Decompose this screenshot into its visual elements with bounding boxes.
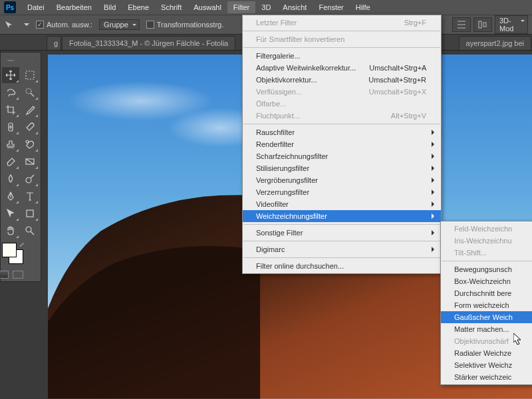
auto-select-checkbox[interactable]: ✓Autom. ausw.:: [36, 21, 92, 29]
type-tool[interactable]: [21, 188, 39, 204]
menu-item[interactable]: Rauschfilter: [243, 126, 441, 138]
menu-item[interactable]: Box-Weichzeichn: [441, 275, 532, 287]
group-dropdown[interactable]: Gruppe: [99, 19, 140, 30]
ps-logo: Ps: [4, 1, 16, 13]
menu-item[interactable]: Stilisierungsfilter: [243, 162, 441, 174]
path-select-tool[interactable]: [2, 205, 19, 221]
swap-colors-icon[interactable]: ⤢: [19, 241, 25, 248]
move-tool-preset-icon[interactable]: [4, 19, 17, 30]
dodge-tool[interactable]: [21, 171, 39, 187]
auto-select-label: Autom. ausw.:: [47, 21, 92, 29]
document-tab-3[interactable]: ayerspart2.jpg bei: [459, 36, 531, 50]
quick-select-tool[interactable]: [21, 84, 39, 100]
color-swatches[interactable]: ⤢: [2, 240, 19, 267]
menu-item[interactable]: Selektiver Weichz: [441, 359, 532, 371]
filter-dropdown-menu: Letzter FilterStrg+FFür Smartfilter konv…: [242, 15, 442, 274]
menu-item: Objektivunschärf: [441, 335, 532, 347]
menu-item[interactable]: Filtergalerie...: [243, 50, 441, 62]
submenu-arrow-icon: [432, 201, 437, 207]
menu-bearbeiten[interactable]: Bearbeiten: [51, 1, 98, 13]
menu-item[interactable]: Filter online durchsuchen...: [243, 260, 441, 272]
svg-point-5: [26, 140, 29, 143]
healing-tool[interactable]: [2, 119, 19, 135]
menu-separator: [243, 124, 440, 124]
menu-item[interactable]: Adaptive Weitwinkelkorrektur...Umschalt+…: [243, 62, 441, 74]
pen-tool[interactable]: [2, 188, 19, 204]
menu-item[interactable]: Bewegungsunsch: [441, 263, 532, 275]
submenu-arrow-icon: [432, 247, 437, 252]
screen-mode-icon[interactable]: [13, 271, 23, 279]
menu-auswahl[interactable]: Auswahl: [188, 1, 227, 13]
lasso-tool[interactable]: [2, 84, 19, 100]
menu-item[interactable]: Sonstige Filter: [243, 227, 441, 239]
menu-item[interactable]: Gaußscher Weich: [441, 311, 532, 323]
document-tab-1[interactable]: g: [47, 36, 61, 50]
menu-ebene[interactable]: Ebene: [122, 1, 155, 13]
menu-item: Feld-Weichzeichn: [441, 223, 532, 235]
blur-submenu: Feld-WeichzeichnIris-WeichzeichnuTilt-Sh…: [440, 221, 532, 385]
menu-item: Ölfarbe...: [243, 98, 441, 110]
blur-tool[interactable]: [2, 171, 19, 187]
menu-item[interactable]: Stärker weichzeic: [441, 371, 532, 383]
menu-bar: Ps DateiBearbeitenBildEbeneSchriftAuswah…: [0, 0, 532, 15]
menu-item: Tilt-Shift...: [441, 247, 532, 259]
submenu-arrow-icon: [432, 178, 437, 183]
svg-rect-0: [479, 21, 481, 28]
menu-item[interactable]: Digimarc: [243, 243, 441, 255]
align-btn-2[interactable]: [473, 17, 492, 32]
submenu-arrow-icon: [432, 190, 437, 195]
menu-bild[interactable]: Bild: [98, 1, 122, 13]
menu-separator: [442, 261, 532, 261]
menu-3d[interactable]: 3D: [255, 1, 277, 13]
menu-ansicht[interactable]: Ansicht: [277, 1, 313, 13]
gradient-tool[interactable]: [21, 154, 39, 170]
transform-label: Transformationsstrg.: [157, 21, 223, 29]
svg-point-3: [26, 88, 31, 94]
svg-point-9: [26, 227, 31, 232]
quickmask-icon[interactable]: [0, 271, 9, 279]
menu-item: Für Smartfilter konvertieren: [243, 33, 441, 45]
menu-item[interactable]: Scharfzeichnungsfilter: [243, 150, 441, 162]
hand-tool[interactable]: [2, 223, 19, 239]
menu-separator: [243, 31, 440, 31]
menu-item[interactable]: Matter machen...: [441, 323, 532, 335]
panel-grip[interactable]: [2, 55, 19, 66]
menu-hilfe[interactable]: Hilfe: [350, 1, 376, 13]
menu-item[interactable]: Weichzeichnungsfilter: [243, 210, 441, 222]
menu-filter[interactable]: Filter: [227, 1, 255, 13]
crop-tool[interactable]: [2, 102, 19, 118]
menu-item[interactable]: Radialer Weichze: [441, 347, 532, 359]
submenu-arrow-icon: [432, 166, 437, 171]
marquee-tool[interactable]: [21, 67, 39, 83]
document-tab-2[interactable]: Fotolia_31333343_M - © Jürgen Fälchle - …: [62, 36, 235, 50]
dropdown-arrow-icon[interactable]: [24, 23, 29, 29]
menu-item[interactable]: Objektivkorrektur...Umschalt+Strg+R: [243, 74, 441, 86]
transform-checkbox[interactable]: Transformationsstrg.: [146, 21, 223, 29]
menu-separator: [243, 47, 440, 48]
menu-item[interactable]: Verzerrungsfilter: [243, 186, 441, 198]
foreground-color-swatch[interactable]: [2, 243, 17, 257]
menu-item[interactable]: Renderfilter: [243, 138, 441, 150]
eyedropper-tool[interactable]: [21, 102, 39, 118]
tool-panel: ⤢: [0, 52, 41, 282]
menu-item[interactable]: Videofilter: [243, 198, 441, 210]
submenu-arrow-icon: [432, 154, 437, 159]
menu-datei[interactable]: Datei: [21, 1, 51, 13]
shape-tool[interactable]: [21, 205, 39, 221]
menu-schrift[interactable]: Schrift: [155, 1, 188, 13]
align-btn-1[interactable]: [452, 17, 471, 32]
menu-fenster[interactable]: Fenster: [313, 1, 349, 13]
svg-point-7: [26, 178, 31, 183]
submenu-arrow-icon: [432, 142, 437, 147]
move-tool[interactable]: [2, 67, 19, 83]
history-brush-tool[interactable]: [21, 136, 39, 152]
3d-mode-dropdown[interactable]: 3D-Mod: [495, 15, 528, 34]
menu-item[interactable]: Durchschnitt bere: [441, 287, 532, 299]
menu-item[interactable]: Form weichzeich: [441, 299, 532, 311]
zoom-tool[interactable]: [21, 223, 39, 239]
brush-tool[interactable]: [21, 119, 39, 135]
stamp-tool[interactable]: [2, 136, 19, 152]
eraser-tool[interactable]: [2, 154, 19, 170]
menu-item: Letzter FilterStrg+F: [243, 17, 441, 29]
menu-item[interactable]: Vergröberungsfilter: [243, 174, 441, 186]
